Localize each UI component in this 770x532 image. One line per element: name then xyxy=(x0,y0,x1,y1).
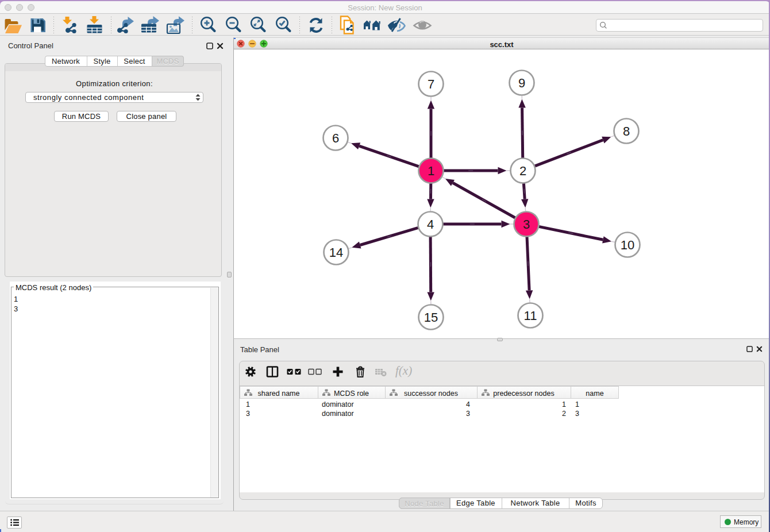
svg-text:3: 3 xyxy=(523,217,530,232)
svg-text:2: 2 xyxy=(519,164,526,178)
svg-text:11: 11 xyxy=(524,309,537,323)
svg-text:15: 15 xyxy=(424,310,438,325)
svg-text:6: 6 xyxy=(332,131,339,145)
svg-text:4: 4 xyxy=(427,217,434,232)
svg-text:1: 1 xyxy=(428,164,434,178)
svg-text:14: 14 xyxy=(329,245,343,260)
svg-text:7: 7 xyxy=(428,77,434,91)
svg-text:10: 10 xyxy=(621,238,634,252)
svg-text:8: 8 xyxy=(623,124,630,138)
svg-text:9: 9 xyxy=(518,76,525,90)
